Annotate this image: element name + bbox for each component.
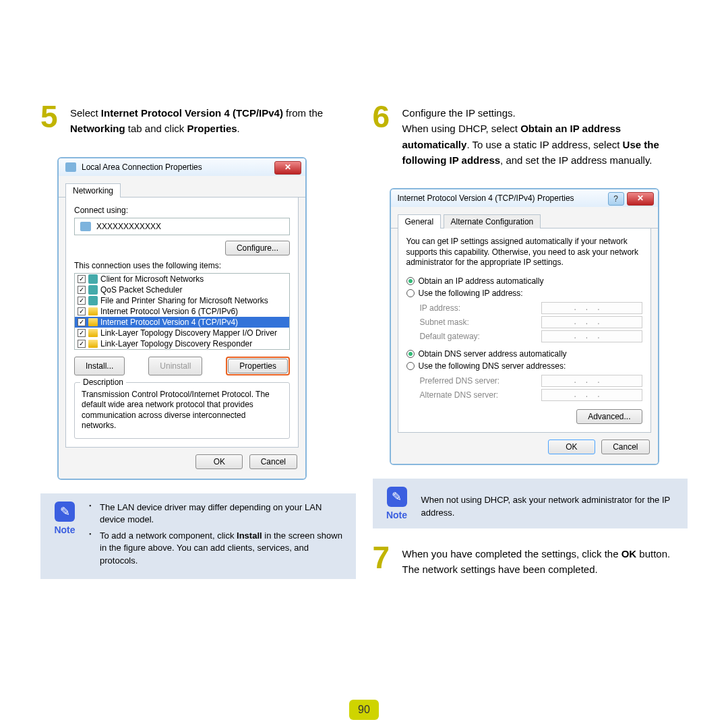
list-item[interactable]: ✓QoS Packet Scheduler [75, 284, 289, 295]
item-icon [88, 307, 98, 315]
note-body: The LAN device driver may differ dependi… [89, 502, 346, 571]
note-label: Note [50, 524, 80, 535]
ip-address-field[interactable]: ... [541, 302, 642, 314]
properties-button[interactable]: Properties [228, 359, 288, 373]
alt-dns-field[interactable]: ... [541, 389, 642, 401]
pencil-icon: ✎ [55, 502, 75, 522]
network-items-list[interactable]: ✓Client for Microsoft Networks✓QoS Packe… [74, 273, 290, 350]
checkbox-icon[interactable]: ✓ [78, 286, 86, 294]
advanced-button[interactable]: Advanced... [576, 409, 642, 424]
close-button[interactable]: ✕ [274, 161, 301, 175]
note-body: When not using DHCP, ask your network ad… [421, 487, 679, 520]
radio-use-dns[interactable]: Use the following DNS server addresses: [406, 361, 642, 371]
ok-button[interactable]: OK [195, 454, 243, 469]
step-7-text: When you have completed the settings, cl… [402, 542, 671, 578]
close-button[interactable]: ✕ [627, 192, 654, 206]
configure-button[interactable]: Configure... [225, 241, 290, 255]
tab-general[interactable]: General [398, 214, 442, 229]
items-label: This connection uses the following items… [74, 261, 290, 270]
pref-dns-label: Preferred DNS server: [420, 376, 500, 386]
step-7-number: 7 [373, 542, 396, 578]
ok-button[interactable]: OK [548, 439, 595, 454]
description-label: Description [80, 377, 126, 387]
step-5-text: Select Internet Protocol Version 4 (TCP/… [70, 101, 356, 137]
cancel-button[interactable]: Cancel [601, 439, 649, 454]
subnet-label: Subnet mask: [420, 317, 469, 327]
tab-alternate[interactable]: Alternate Configuration [444, 214, 541, 229]
step-5-number: 5 [40, 101, 63, 137]
gateway-field[interactable]: ... [541, 330, 642, 342]
checkbox-icon[interactable]: ✓ [78, 307, 86, 315]
list-item[interactable]: ✓Link-Layer Topology Discovery Mapper I/… [75, 328, 289, 338]
window-title: Internet Protocol Version 4 (TCP/IPv4) P… [398, 193, 574, 203]
radio-obtain-ip[interactable]: Obtain an IP address automatically [406, 276, 642, 286]
window-icon [65, 162, 76, 172]
item-icon [88, 285, 98, 295]
window-title: Local Area Connection Properties [82, 162, 202, 172]
gateway-label: Default gateway: [420, 332, 480, 341]
pencil-icon: ✎ [387, 487, 407, 507]
step-6-text: Configure the IP settings. When using DH… [402, 101, 688, 168]
item-icon [88, 318, 98, 326]
alt-dns-label: Alternate DNS server: [420, 390, 499, 400]
info-text: You can get IP settings assigned automat… [406, 237, 642, 268]
radio-use-ip[interactable]: Use the following IP address: [406, 289, 642, 298]
note-bullet: The LAN device driver may differ dependi… [89, 502, 346, 526]
list-item[interactable]: ✓Internet Protocol Version 6 (TCP/IPv6) [75, 306, 289, 317]
list-item[interactable]: ✓Client for Microsoft Networks [75, 274, 289, 284]
install-button[interactable]: Install... [74, 357, 125, 375]
uninstall-button[interactable]: Uninstall [148, 357, 202, 375]
description-text: Transmission Control Protocol/Internet P… [82, 390, 282, 431]
ip-address-label: IP address: [420, 303, 460, 313]
checkbox-icon[interactable]: ✓ [78, 297, 86, 305]
item-icon [88, 329, 98, 337]
tab-networking[interactable]: Networking [65, 183, 121, 198]
page-number: 90 [349, 700, 379, 720]
checkbox-icon[interactable]: ✓ [78, 329, 86, 337]
pref-dns-field[interactable]: ... [541, 375, 642, 387]
note-bullet: To add a network component, click Instal… [89, 530, 346, 567]
cancel-button[interactable]: Cancel [249, 454, 297, 469]
list-item[interactable]: ✓Internet Protocol Version 4 (TCP/IPv4) [75, 317, 289, 328]
list-item[interactable]: ✓Link-Layer Topology Discovery Responder [75, 338, 289, 349]
adapter-field: XXXXXXXXXXXX [74, 218, 290, 235]
list-item[interactable]: ✓File and Printer Sharing for Microsoft … [75, 295, 289, 306]
step-6-number: 6 [373, 101, 396, 168]
radio-obtain-dns[interactable]: Obtain DNS server address automatically [406, 349, 642, 359]
adapter-icon [80, 222, 91, 231]
item-icon [88, 274, 98, 284]
item-icon [88, 296, 98, 305]
checkbox-icon[interactable]: ✓ [78, 275, 86, 283]
connect-using-label: Connect using: [74, 206, 290, 215]
item-icon [88, 340, 98, 348]
subnet-field[interactable]: ... [541, 316, 642, 328]
checkbox-icon[interactable]: ✓ [78, 340, 86, 348]
note-label: Note [382, 510, 412, 520]
help-button[interactable]: ? [608, 192, 624, 206]
checkbox-icon[interactable]: ✓ [78, 318, 86, 326]
